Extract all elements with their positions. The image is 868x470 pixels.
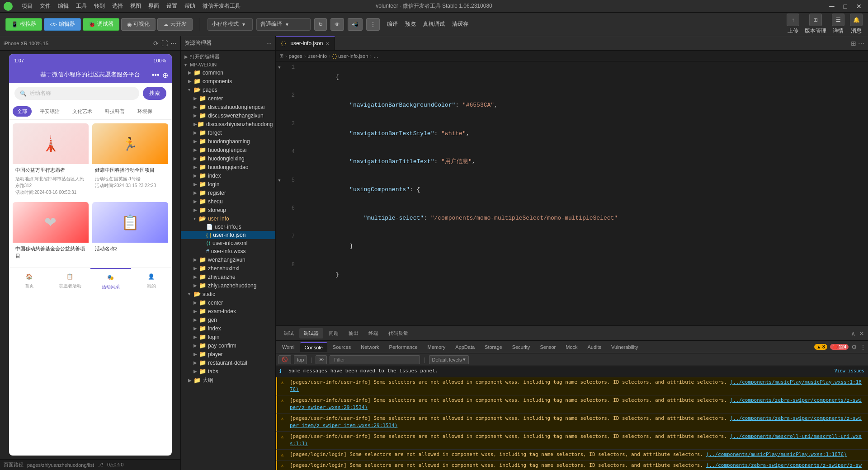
- file-user-info-wxml[interactable]: ⟨⟩ user-info.wxml: [181, 239, 275, 247]
- bp-tab-debugger[interactable]: 调试器: [299, 328, 323, 338]
- window-minimize[interactable]: ─: [826, 2, 837, 10]
- dt-tab-console[interactable]: Console: [300, 342, 327, 352]
- editor-button[interactable]: </> 编辑器: [44, 18, 81, 31]
- window-close[interactable]: ✕: [854, 3, 864, 10]
- simulator-button[interactable]: 📱 模拟器: [5, 18, 42, 31]
- phone-nav-dots-icon[interactable]: •••: [152, 71, 160, 80]
- folder-storeup[interactable]: ▶ 📁 storeup: [181, 206, 275, 214]
- folder-user-info[interactable]: ▾ 📂 user-info: [181, 214, 275, 223]
- activity-card-1[interactable]: 🏃 健康中国春播行动全国项目 活动地点:国英园-1号楼 活动时间:2024-03…: [92, 123, 168, 198]
- new-file-icon[interactable]: ⋯: [266, 40, 272, 47]
- msg-warn-link-4[interactable]: (../components/musicPlay/musicPlay.wxss:…: [706, 451, 847, 457]
- menu-edit[interactable]: 编辑: [58, 2, 69, 10]
- detail-item[interactable]: ☰ 详情: [832, 14, 844, 35]
- folder-zhiyuanzhehuodong[interactable]: ▶ 📁 zhiyuanzhehuodong: [181, 281, 275, 290]
- folder-login[interactable]: ▶ 📁 login: [181, 180, 275, 188]
- code-editor[interactable]: ▾ 1 { 2 "navigationBarBackgroundColor": …: [276, 61, 868, 325]
- folder-pay-confirm[interactable]: ▶ 📁 pay-confirm: [181, 341, 275, 350]
- bp-tab-terminal[interactable]: 终端: [364, 328, 383, 338]
- folder-components[interactable]: ▶ 📁 components: [181, 77, 275, 85]
- folder-static-login[interactable]: ▶ 📁 login: [181, 333, 275, 341]
- dt-tab-performance[interactable]: Performance: [385, 343, 422, 352]
- bottom-nav-home[interactable]: 🏠 首页: [9, 268, 50, 293]
- console-clear-button[interactable]: 🚫: [278, 355, 291, 364]
- folder-common[interactable]: ▶ 📁 common: [181, 68, 275, 77]
- bp-tab-output[interactable]: 输出: [344, 328, 363, 338]
- dt-tab-vulnerability[interactable]: Vulnerability: [607, 343, 643, 352]
- folder-static[interactable]: ▾ 📂 static: [181, 290, 275, 298]
- console-filter-input[interactable]: [330, 355, 420, 364]
- menu-goto[interactable]: 转到: [94, 2, 105, 10]
- menu-view[interactable]: 视图: [130, 2, 141, 10]
- preview-button[interactable]: 👁: [330, 18, 344, 31]
- folder-gen[interactable]: ▶ 📁 gen: [181, 315, 275, 324]
- cat-tab-science[interactable]: 科技科普: [100, 106, 129, 117]
- window-maximize[interactable]: □: [841, 3, 850, 10]
- bottom-nav-activity[interactable]: 🎭 活动风采: [90, 268, 131, 293]
- phone-rotate-icon[interactable]: ⟳: [153, 40, 159, 47]
- breadcrumb-ellipsis[interactable]: …: [373, 53, 378, 59]
- editor-tab-user-info-json[interactable]: { } user-info.json ✕: [276, 36, 335, 50]
- bp-tab-debug[interactable]: 调试: [279, 328, 298, 338]
- devtools-more-icon[interactable]: ⋮: [860, 343, 866, 351]
- folder-zhiyuanzhe[interactable]: ▶ 📁 zhiyuanzhe: [181, 273, 275, 281]
- dt-tab-mock[interactable]: Mock: [561, 343, 582, 352]
- folder-register[interactable]: ▶ 📁 register: [181, 188, 275, 197]
- dt-tab-network[interactable]: Network: [356, 343, 383, 352]
- version-item[interactable]: ⊞ 版本管理: [805, 14, 826, 35]
- folder-shequ[interactable]: ▶ 📁 shequ: [181, 197, 275, 206]
- folder-pages[interactable]: ▾ 📂 pages: [181, 85, 275, 94]
- panel-minimize-icon[interactable]: ∧: [851, 330, 855, 337]
- breadcrumb-user-info[interactable]: user-info: [307, 53, 327, 59]
- cloud-button[interactable]: ☁ 云开发: [157, 18, 193, 31]
- file-user-info-json[interactable]: { } user-info.json: [181, 231, 275, 239]
- menu-select[interactable]: 选择: [112, 2, 123, 10]
- folder-zhenshuxinxi[interactable]: ▶ 📁 zhenshuxinxi: [181, 264, 275, 273]
- menu-tools[interactable]: 工具: [76, 2, 87, 10]
- dt-tab-sources[interactable]: Sources: [328, 343, 355, 352]
- phone-nav-add-icon[interactable]: ⊕: [162, 71, 168, 80]
- dt-tab-security[interactable]: Security: [508, 343, 535, 352]
- tab-close-icon[interactable]: ✕: [326, 41, 329, 46]
- bottom-nav-volunteer[interactable]: 📋 志愿者活动: [50, 268, 90, 293]
- visual-button[interactable]: ◉ 可视化: [121, 18, 156, 31]
- folder-huodongfengcai[interactable]: ▶ 📁 huodongfengcai: [181, 146, 275, 154]
- folder-static-index[interactable]: ▶ 📁 index: [181, 324, 275, 333]
- activity-card-0[interactable]: 🗼 中国公益万里行志愿者 活动地点:河北省邯郸市丛台区人民东路312 活动时间:…: [13, 123, 89, 198]
- folder-forget[interactable]: ▶ 📁 forget: [181, 128, 275, 137]
- folder-center[interactable]: ▶ 📁 center: [181, 94, 275, 103]
- phone-fullscreen-icon[interactable]: ⛶: [161, 40, 168, 47]
- folder-discusshuodongfengcai[interactable]: ▶ 📁 discusshuodongfengcai: [181, 103, 275, 111]
- menu-wechat-devtools[interactable]: 微信开发者工具: [203, 2, 241, 10]
- cat-tab-all[interactable]: 全部: [13, 106, 32, 117]
- devtools-settings-icon[interactable]: ⚙: [851, 343, 857, 351]
- folder-wenzhangzixun[interactable]: ▶ 📁 wenzhangzixun: [181, 255, 275, 264]
- debugger-button[interactable]: 🐞 调试器: [83, 18, 119, 31]
- folder-discusswenzhangzixun[interactable]: ▶ 📁 discusswenzhangzixun: [181, 111, 275, 120]
- menu-settings[interactable]: 设置: [166, 2, 177, 10]
- folder-static-center[interactable]: ▶ 📁 center: [181, 298, 275, 307]
- upload-item[interactable]: ↑ 上传: [787, 14, 799, 35]
- folder-discusszhiyuanzhehuodong[interactable]: ▶ 📁 discusszhiyuanzhehuodong: [181, 120, 275, 128]
- console-levels-dropdown[interactable]: Default levels ▾: [429, 355, 469, 364]
- dt-tab-sensor[interactable]: Sensor: [535, 343, 560, 352]
- bp-tab-codequality[interactable]: 代码质量: [384, 328, 413, 338]
- folder-index[interactable]: ▶ 📁 index: [181, 171, 275, 180]
- folder-player[interactable]: ▶ 📁 player: [181, 350, 275, 358]
- folder-tabs[interactable]: ▶ 📁 tabs: [181, 367, 275, 376]
- dt-tab-memory[interactable]: Memory: [423, 343, 450, 352]
- split-editor-icon[interactable]: ⊞: [851, 40, 856, 47]
- refresh-button[interactable]: ↻: [314, 18, 327, 31]
- compile-dropdown[interactable]: 普通编译 ▾: [256, 18, 311, 31]
- menu-interface[interactable]: 界面: [148, 2, 159, 10]
- breadcrumb-pages[interactable]: pages: [289, 53, 302, 59]
- console-eye-icon[interactable]: 👁: [316, 355, 327, 364]
- bp-tab-issues[interactable]: 问题: [324, 328, 343, 338]
- cat-tab-peace[interactable]: 平安综治: [35, 106, 64, 117]
- folder-huodongqiandao[interactable]: ▶ 📁 huodongqiandao: [181, 163, 275, 171]
- dt-tab-storage[interactable]: Storage: [480, 343, 507, 352]
- dt-tab-wxml[interactable]: Wxml: [278, 343, 299, 352]
- open-editors-section[interactable]: ▶ 打开的编辑器: [181, 52, 275, 61]
- breadcrumb-json-file[interactable]: { } user-info.json: [332, 53, 368, 59]
- device-button[interactable]: 📲: [348, 18, 363, 31]
